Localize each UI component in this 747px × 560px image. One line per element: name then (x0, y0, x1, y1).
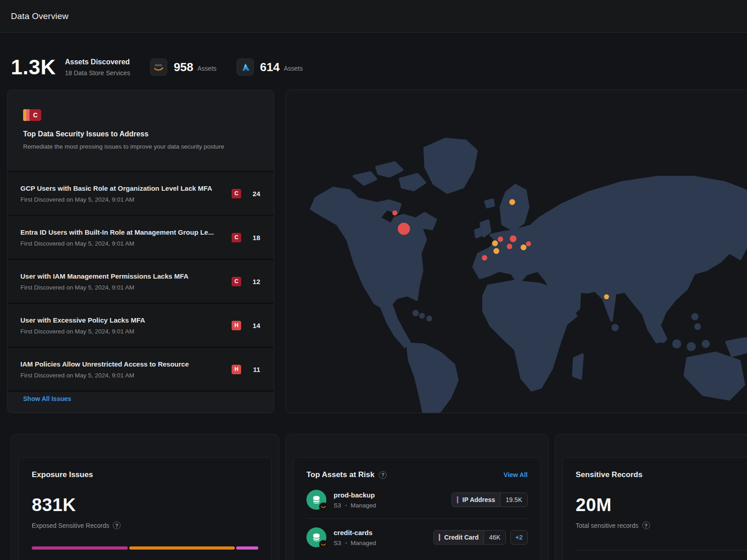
top-header: Data Overview (0, 0, 747, 33)
svg-text:aws: aws (155, 63, 162, 67)
issue-first-discovered: First Discovered on May 5, 2024, 9:01 AM (20, 284, 232, 291)
tag-value: 46K (484, 531, 505, 544)
map-marker-orange[interactable] (509, 199, 515, 205)
exposure-issues-title: Exposure Issues (32, 470, 93, 479)
issue-count: 14 (248, 322, 260, 329)
asset-service: S3 (334, 502, 341, 509)
azure-assets-count: 614 (260, 60, 280, 74)
sensitive-records-title: Sensitive Records (576, 470, 642, 479)
aws-provider-stat: aws 958 Assets (150, 58, 216, 76)
issue-count: 12 (248, 278, 260, 285)
issue-first-discovered: First Discovered on May 5, 2024, 9:01 AM (20, 372, 232, 379)
tag-label: Credit Card (444, 534, 479, 541)
tag-value: 19.5K (500, 493, 527, 507)
sensitive-records-outer-panel: Sensitive Records 20M Total sensitive re… (555, 434, 747, 560)
severity-badge: H (232, 321, 241, 330)
issue-title: User with Excessive Policy Lacks MFA (20, 316, 220, 324)
map-marker-orange[interactable] (604, 294, 609, 299)
issue-title: IAM Policies Allow Unrestricted Access t… (20, 360, 220, 368)
exposure-segment (236, 546, 258, 550)
issue-title: Entra ID Users with Built-In Role at Man… (20, 228, 220, 236)
data-store-services-label: 18 Data Store Services (65, 69, 130, 77)
sensitive-records-help-icon[interactable]: ? (642, 521, 650, 529)
issue-row[interactable]: User with Excessive Policy Lacks MFA Fir… (8, 303, 274, 347)
world-map (286, 90, 747, 413)
sensitivity-tag: IP Address 19.5K (451, 492, 528, 507)
map-marker-red[interactable] (507, 244, 512, 249)
exposure-segment (32, 546, 128, 550)
map-marker-red[interactable] (526, 241, 531, 246)
issue-first-discovered: First Discovered on May 5, 2024, 9:01 AM (20, 328, 232, 335)
top-assets-card: Top Assets at Risk ? View All (293, 457, 541, 560)
exposed-records-value: 831K (32, 495, 258, 515)
severity-badge: H (232, 365, 241, 374)
exposed-records-label: Exposed Sensitive Records (32, 522, 109, 529)
sensitive-records-card: Sensitive Records 20M Total sensitive re… (563, 457, 747, 560)
issue-row[interactable]: Entra ID Users with Built-In Role at Man… (8, 215, 274, 259)
azure-provider-stat: 614 Assets (237, 58, 303, 76)
top-assets-title: Top Assets at Risk (306, 470, 374, 479)
asset-status: Managed (351, 502, 376, 509)
aws-assets-unit: Assets (198, 65, 217, 72)
map-marker-red[interactable] (482, 255, 487, 261)
exposure-distribution-bar (32, 546, 258, 550)
sensitive-records-value: 20M (576, 495, 747, 515)
assets-discovered-label: Assets Discovered (65, 58, 130, 66)
issue-row[interactable]: User with IAM Management Permissions Lac… (8, 259, 274, 303)
asset-row[interactable]: credit-cards S3 Managed Credit Card 46K … (306, 519, 528, 556)
severity-badge: C (232, 233, 241, 242)
issue-count: 11 (248, 366, 260, 373)
exposure-help-icon[interactable]: ? (113, 521, 121, 529)
map-marker-red[interactable] (510, 236, 517, 242)
asset-avatar (306, 527, 326, 547)
sensitive-records-label: Total sensitive records (576, 522, 639, 529)
issue-title: User with IAM Management Permissions Lac… (20, 272, 220, 280)
map-marker-red[interactable] (498, 237, 503, 242)
map-marker-orange[interactable] (494, 248, 500, 254)
sensitivity-tag: Credit Card 46K (433, 530, 506, 545)
map-marker-red[interactable] (398, 223, 410, 235)
issue-row[interactable]: IAM Policies Allow Unrestricted Access t… (8, 347, 274, 391)
asset-status: Managed (351, 540, 376, 546)
stats-row: 1.3K Assets Discovered 18 Data Store Ser… (0, 33, 747, 90)
asset-name: credit-cards (334, 529, 376, 536)
world-map-panel (286, 90, 747, 413)
severity-stack-icon: C (23, 109, 258, 121)
map-marker-orange[interactable] (492, 241, 498, 246)
asset-avatar (306, 490, 326, 510)
divider (576, 550, 747, 550)
issues-panel-title: Top Data Security Issues to Address (23, 130, 258, 138)
asset-service: S3 (334, 540, 341, 546)
dot-separator (345, 542, 347, 544)
assets-discovered-count: 1.3K (11, 55, 56, 79)
dot-separator (345, 505, 347, 506)
issue-count: 24 (248, 190, 260, 198)
issue-row[interactable]: GCP Users with Basic Role at Organizatio… (8, 171, 274, 215)
tag-color-bar (439, 534, 440, 541)
aws-icon: aws (150, 58, 167, 76)
issue-count: 18 (248, 234, 260, 241)
aws-mini-badge-icon (319, 502, 328, 511)
map-marker-orange[interactable] (521, 245, 527, 251)
exposure-issues-card: Exposure Issues 831K Exposed Sensitive R… (19, 457, 272, 560)
issues-footer: Show All Issues (8, 391, 274, 406)
view-all-link[interactable]: View All (504, 471, 528, 478)
map-marker-red[interactable] (393, 211, 398, 216)
exposure-issues-outer-panel: Exposure Issues 831K Exposed Sensitive R… (11, 434, 279, 560)
more-tags-button[interactable]: +2 (510, 530, 528, 545)
top-assets-help-icon[interactable]: ? (379, 471, 387, 479)
asset-rows: prod-backup S3 Managed IP Address 19.5K (306, 481, 528, 556)
exposure-segment (129, 546, 234, 550)
issues-panel-subtitle: Remediate the most pressing issues to im… (23, 143, 258, 150)
top-issues-panel: C Top Data Security Issues to Address Re… (7, 90, 274, 413)
severity-badge: C (232, 189, 241, 198)
top-assets-outer-panel: Top Assets at Risk ? View All (286, 434, 548, 560)
show-all-issues-link[interactable]: Show All Issues (23, 395, 71, 402)
asset-row[interactable]: prod-backup S3 Managed IP Address 19.5K (306, 481, 528, 519)
issue-first-discovered: First Discovered on May 5, 2024, 9:01 AM (20, 240, 232, 247)
aws-assets-count: 958 (174, 60, 193, 74)
severity-badge: C (232, 277, 241, 286)
map-landmass (311, 139, 747, 413)
page-title: Data Overview (11, 11, 68, 21)
issues-list: GCP Users with Basic Role at Organizatio… (8, 171, 274, 391)
